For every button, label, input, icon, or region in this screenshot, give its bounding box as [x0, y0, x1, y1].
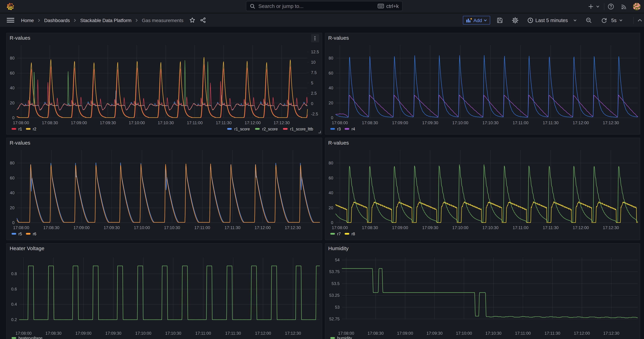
svg-text:40: 40 — [10, 86, 14, 90]
svg-text:20: 20 — [328, 205, 333, 210]
svg-text:heatervoltage: heatervoltage — [18, 336, 42, 339]
svg-text:53: 53 — [335, 305, 340, 309]
svg-text:17:10:30: 17:10:30 — [165, 331, 181, 336]
svg-text:5: 5 — [311, 80, 313, 85]
svg-text:17:09:30: 17:09:30 — [104, 225, 120, 230]
svg-text:17:11:30: 17:11:30 — [542, 225, 558, 230]
svg-text:17:12:30: 17:12:30 — [285, 331, 301, 336]
svg-text:17:09:00: 17:09:00 — [392, 225, 408, 230]
svg-text:17:10:00: 17:10:00 — [134, 225, 150, 230]
svg-text:0.8: 0.8 — [11, 271, 17, 276]
svg-text:17:09:00: 17:09:00 — [392, 120, 408, 125]
svg-text:20: 20 — [10, 205, 14, 210]
svg-text:10: 10 — [311, 60, 316, 64]
svg-text:17:10:00: 17:10:00 — [452, 225, 468, 230]
svg-text:17:08:30: 17:08:30 — [367, 331, 384, 336]
svg-text:17:09:00: 17:09:00 — [397, 331, 413, 336]
svg-text:17:09:00: 17:09:00 — [71, 120, 87, 125]
svg-text:r2: r2 — [33, 127, 36, 131]
svg-text:17:10:30: 17:10:30 — [482, 120, 498, 125]
svg-text:17:10:30: 17:10:30 — [164, 225, 180, 230]
svg-text:17:10:30: 17:10:30 — [482, 225, 498, 230]
svg-text:r1: r1 — [18, 127, 22, 131]
svg-text:17:08:00: 17:08:00 — [332, 120, 348, 125]
svg-text:r8: r8 — [351, 232, 355, 236]
svg-text:17:09:30: 17:09:30 — [426, 331, 442, 336]
svg-text:0: 0 — [12, 220, 14, 225]
svg-text:60: 60 — [10, 70, 14, 75]
svg-text:80: 80 — [10, 160, 14, 165]
svg-text:17:12:00: 17:12:00 — [572, 225, 589, 230]
svg-text:17:10:00: 17:10:00 — [452, 120, 468, 125]
svg-text:20: 20 — [10, 100, 14, 105]
svg-text:17:12:00: 17:12:00 — [574, 331, 590, 336]
svg-text:17:11:00: 17:11:00 — [512, 120, 528, 125]
svg-text:80: 80 — [328, 56, 333, 60]
svg-text:0: 0 — [331, 220, 333, 225]
svg-text:60: 60 — [10, 176, 14, 180]
svg-text:17:09:00: 17:09:00 — [74, 225, 90, 230]
svg-text:17:08:30: 17:08:30 — [42, 120, 58, 125]
svg-text:12.5: 12.5 — [311, 49, 319, 54]
svg-text:17:08:00: 17:08:00 — [13, 225, 29, 230]
svg-text:17:08:30: 17:08:30 — [362, 120, 378, 125]
svg-text:0.4: 0.4 — [11, 302, 17, 306]
svg-text:17:11:00: 17:11:00 — [187, 120, 203, 125]
svg-text:53.25: 53.25 — [329, 293, 340, 298]
svg-text:17:08:00: 17:08:00 — [332, 225, 348, 230]
svg-text:17:11:00: 17:11:00 — [515, 331, 531, 336]
svg-text:0.2: 0.2 — [11, 317, 17, 322]
svg-text:17:12:30: 17:12:30 — [603, 331, 619, 336]
svg-text:40: 40 — [328, 86, 333, 90]
svg-text:17:12:00: 17:12:00 — [244, 120, 260, 125]
svg-text:17:11:30: 17:11:30 — [225, 331, 241, 336]
svg-text:53.5: 53.5 — [331, 281, 340, 286]
svg-text:17:11:00: 17:11:00 — [195, 331, 211, 336]
svg-text:17:09:30: 17:09:30 — [100, 120, 116, 125]
svg-text:17:11:30: 17:11:30 — [544, 331, 560, 336]
svg-text:17:08:30: 17:08:30 — [43, 225, 59, 230]
svg-text:17:12:30: 17:12:30 — [602, 120, 619, 125]
svg-text:40: 40 — [10, 190, 14, 195]
svg-text:humidity: humidity — [337, 336, 352, 339]
svg-text:17:08:00: 17:08:00 — [13, 120, 29, 125]
svg-text:17:10:00: 17:10:00 — [456, 331, 472, 336]
svg-text:r5: r5 — [18, 232, 22, 236]
svg-text:17:11:00: 17:11:00 — [194, 225, 210, 230]
svg-text:17:11:30: 17:11:30 — [542, 120, 558, 125]
svg-text:52.75: 52.75 — [329, 316, 340, 321]
svg-text:r6: r6 — [33, 232, 36, 236]
svg-text:17:09:30: 17:09:30 — [105, 331, 121, 336]
svg-text:17:08:00: 17:08:00 — [16, 331, 32, 336]
svg-text:0: 0 — [331, 115, 333, 120]
svg-text:17:09:30: 17:09:30 — [422, 120, 438, 125]
svg-text:17:08:00: 17:08:00 — [338, 331, 354, 336]
svg-text:r1_score: r1_score — [234, 127, 250, 131]
svg-text:r7: r7 — [337, 232, 340, 236]
svg-text:17:09:00: 17:09:00 — [75, 331, 92, 336]
svg-text:40: 40 — [328, 190, 333, 195]
svg-text:r4: r4 — [351, 127, 355, 131]
svg-text:0.6: 0.6 — [11, 286, 17, 291]
svg-text:0: 0 — [12, 115, 14, 120]
svg-text:17:12:30: 17:12:30 — [285, 225, 301, 230]
svg-text:60: 60 — [328, 70, 333, 75]
svg-text:20: 20 — [328, 100, 333, 105]
svg-text:53.75: 53.75 — [329, 269, 340, 274]
svg-text:80: 80 — [10, 56, 14, 60]
svg-text:7.5: 7.5 — [311, 70, 317, 75]
svg-text:r1_score_lttb: r1_score_lttb — [290, 127, 313, 131]
svg-text:17:09:30: 17:09:30 — [422, 225, 438, 230]
svg-text:17:10:00: 17:10:00 — [129, 120, 145, 125]
svg-text:17:10:00: 17:10:00 — [135, 331, 151, 336]
svg-text:17:11:30: 17:11:30 — [224, 225, 240, 230]
svg-text:0: 0 — [311, 101, 313, 106]
svg-text:r3: r3 — [337, 127, 340, 131]
svg-text:17:11:30: 17:11:30 — [216, 120, 232, 125]
svg-text:17:10:30: 17:10:30 — [485, 331, 501, 336]
svg-text:17:11:00: 17:11:00 — [512, 225, 528, 230]
svg-text:2.5: 2.5 — [311, 91, 317, 96]
svg-text:-2.5: -2.5 — [311, 112, 318, 116]
svg-text:60: 60 — [328, 176, 333, 180]
svg-text:54: 54 — [335, 258, 340, 262]
